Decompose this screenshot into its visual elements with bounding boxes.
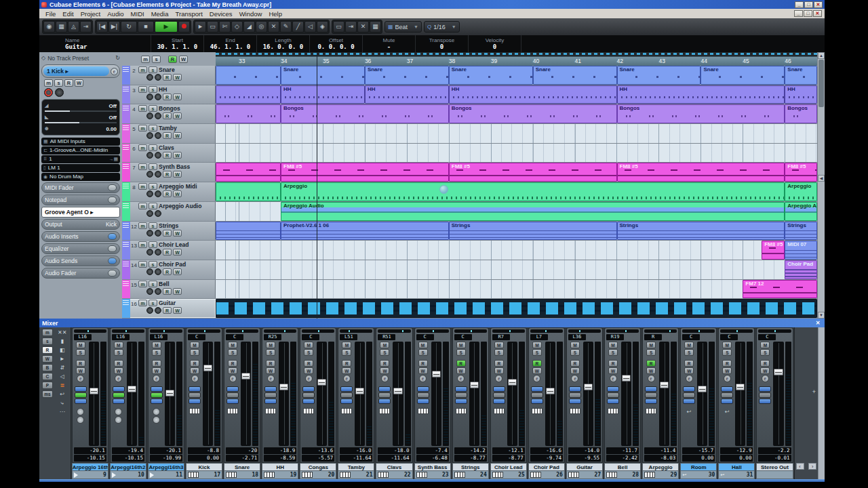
strip-solo-button[interactable]: S (304, 349, 313, 356)
midi-event[interactable]: FM8 #5 (785, 163, 817, 182)
pan-value[interactable]: L7 (530, 334, 548, 340)
track-lane[interactable]: SnareSnareSnareSnareSnareSnareSnare (216, 66, 817, 85)
inspector-w-button[interactable]: W (75, 79, 83, 87)
strip-record-button[interactable] (115, 416, 122, 424)
pan-slider[interactable] (606, 329, 639, 333)
track-read-button[interactable]: R (163, 190, 172, 197)
track-mute-button[interactable]: m (138, 241, 147, 248)
strip-inserts-state-button[interactable] (721, 386, 733, 392)
fader-cap[interactable] (279, 384, 288, 390)
autoscroll-button[interactable]: ▭ (333, 21, 344, 33)
strip-edit-button[interactable]: e (153, 375, 160, 382)
track-read-button[interactable]: R (163, 132, 172, 139)
pan-slider[interactable] (530, 329, 563, 333)
inspector-s-button[interactable]: s (54, 79, 63, 87)
track-record-button[interactable] (146, 288, 153, 295)
channel-name-tab[interactable]: Stereo Out (756, 463, 793, 471)
channel-name-tab[interactable]: HH (262, 463, 298, 471)
channel-name-tab[interactable]: Synth Bass (414, 463, 451, 471)
track-monitor-button[interactable] (155, 210, 161, 217)
track-solo-button[interactable]: s (149, 125, 157, 131)
strip-solo-button[interactable]: S (608, 349, 618, 356)
track-lane[interactable]: Prophet-V2.6 1 06StringsStringsStrings (216, 222, 817, 241)
strip-edit-button[interactable]: e (686, 375, 693, 382)
strip-read-button[interactable]: R (684, 360, 694, 367)
pan-slider[interactable] (112, 329, 144, 333)
strip-eq-state-button[interactable] (645, 392, 657, 398)
strip-mute-button[interactable]: M (494, 342, 504, 348)
channel-name-tab[interactable]: Arpeggi16th3 (148, 463, 184, 471)
channel-number-row[interactable]: 22 (376, 471, 412, 479)
grid-type-dropdown[interactable]: ▦ Beat ▼ (384, 21, 422, 33)
track-solo-button[interactable]: s (149, 163, 157, 170)
track-lane[interactable] (216, 144, 817, 163)
strip-inserts-state-button[interactable] (264, 386, 277, 392)
midi-event[interactable]: Bongos (617, 104, 785, 123)
channel-fader[interactable] (203, 342, 213, 446)
strip-eq-state-button[interactable] (531, 392, 543, 398)
track-monitor-button[interactable] (155, 230, 161, 237)
fader-cap[interactable] (736, 384, 745, 390)
strip-edit-button[interactable]: e (457, 375, 465, 382)
channel-number-row[interactable]: 28 (604, 471, 641, 479)
strip-sends-state-button[interactable] (113, 399, 125, 404)
track-monitor-button[interactable] (155, 307, 161, 314)
strip-write-button[interactable]: W (76, 367, 85, 374)
midi-event[interactable] (216, 163, 281, 182)
pan-slider[interactable] (340, 329, 372, 333)
channel-name-tab[interactable]: Arpeggi16th2 (110, 463, 146, 471)
strip-eq-state-button[interactable] (113, 392, 125, 398)
common-paste-button[interactable]: P (42, 382, 53, 389)
channel-name-tab[interactable]: Bell (604, 463, 641, 471)
fader-db-value[interactable]: -2.71 (226, 455, 258, 462)
strip-write-button[interactable]: W (494, 367, 504, 374)
track-list-entry[interactable]: 12msStringsRW (122, 222, 216, 241)
strip-inserts-state-button[interactable] (607, 386, 619, 392)
channel-name-tab[interactable]: Kick (186, 463, 222, 471)
channel-name-tab[interactable]: Snare (224, 463, 260, 471)
timeline-ruler[interactable]: 3334353637383940414243444546 (216, 56, 817, 66)
erase-tool[interactable]: ◢ (243, 21, 255, 33)
drum-map-box[interactable]: ◉ No Drum Map (41, 173, 120, 181)
strip-sends-state-button[interactable] (645, 399, 657, 404)
strip-read-button[interactable]: R (152, 360, 161, 367)
track-list-entry[interactable]: 2msSnareRW (122, 66, 216, 85)
channel-name-tab[interactable]: Clavs (376, 463, 412, 471)
track-record-button[interactable] (146, 307, 153, 314)
fader-db-value[interactable]: -8.77 (454, 455, 487, 462)
channel-fader[interactable] (621, 342, 631, 446)
fader-db-value[interactable]: -10.15 (74, 455, 106, 462)
strip-edit-button[interactable]: e (762, 375, 769, 382)
fader-db-value[interactable]: -10.99 (150, 455, 182, 462)
titlebar[interactable]: Cubase Elements 6 - [Cubase Elements 6 P… (39, 0, 825, 9)
track-monitor-button[interactable] (155, 152, 161, 159)
track-list-entry[interactable]: 13msChoir LeadRW (122, 241, 216, 260)
strip-solo-button[interactable]: S (380, 349, 389, 356)
strip-solo-button[interactable]: S (532, 349, 542, 356)
track-read-button[interactable]: R (163, 113, 172, 119)
inspector-section-midi-fader[interactable]: MIDI Fader (41, 182, 120, 193)
track-write-button[interactable]: W (173, 113, 182, 119)
track-write-button[interactable]: W (173, 268, 182, 275)
track-mute-button[interactable]: m (138, 183, 147, 190)
midi-event[interactable] (216, 85, 281, 104)
automation-read-write-button[interactable]: ⇥ (80, 21, 92, 33)
volume-slider[interactable] (45, 110, 117, 112)
fader-db-value[interactable]: -10.15 (112, 455, 144, 462)
strip-read-button[interactable]: R (380, 360, 389, 367)
track-list-entry[interactable]: 15msBellRW (122, 280, 216, 299)
output-routing[interactable]: ⊏ 1-GrooveA...ONE-Midiin (41, 146, 120, 155)
fader-db-value[interactable]: -8.59 (264, 455, 296, 462)
channel-fader[interactable] (697, 342, 707, 446)
strip-read-button[interactable]: R (266, 360, 275, 367)
metronome-button[interactable]: ◬ (68, 21, 79, 33)
inspector-r-button[interactable]: R (64, 79, 73, 87)
child-minimize-button[interactable]: _ (794, 10, 803, 17)
midi-event[interactable]: HH (281, 85, 365, 104)
strip-write-button[interactable]: W (532, 367, 542, 374)
channel-fader[interactable] (317, 342, 327, 446)
channel-number-row[interactable]: 23 (414, 471, 451, 479)
channel-fader[interactable] (393, 342, 403, 446)
strip-mute-button[interactable]: M (760, 342, 770, 348)
strip-sends-state-button[interactable] (455, 399, 467, 404)
